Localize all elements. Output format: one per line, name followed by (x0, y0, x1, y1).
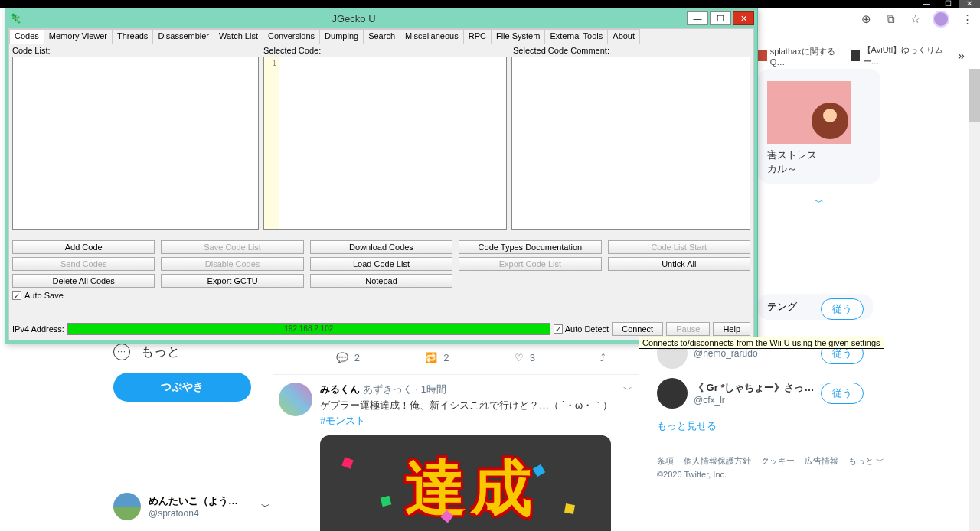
tab-about[interactable]: About (607, 29, 640, 44)
trends-panel: 害ストレスカル～ ﹀ (758, 69, 880, 213)
tab-file-system[interactable]: File System (491, 29, 545, 44)
ip-label: IPv4 Address: (12, 324, 64, 334)
expand-icon[interactable]: ﹀ (758, 193, 880, 213)
trend-item[interactable]: 害ストレスカル～ (758, 69, 880, 184)
check-icon: ✓ (12, 291, 21, 300)
tooltip: Connects to/disconnects from the Wii U u… (639, 337, 884, 349)
scrollbar-thumb[interactable] (969, 69, 980, 122)
tab-bar: CodesMemory ViewerThreadsDisassemblerWat… (9, 29, 753, 44)
follow-button[interactable]: 従う (821, 298, 864, 320)
export-gctu-button[interactable]: Export GCTU (161, 274, 303, 288)
footer-link[interactable]: 条項 (657, 456, 674, 465)
send-codes-button[interactable]: Send Codes (12, 257, 155, 271)
tab-external-tools[interactable]: External Tools (544, 29, 608, 44)
more-icon: ··· (113, 344, 130, 360)
follow-button[interactable]: 従う (821, 383, 864, 404)
add-code-button[interactable]: Add Code (12, 240, 155, 254)
connect-button[interactable]: Connect (612, 322, 663, 336)
footer-link[interactable]: 広告情報 (805, 456, 838, 465)
bookmark-item[interactable]: splathaxに関するQ… (758, 46, 837, 67)
tweet-image[interactable]: 達 成 (320, 435, 611, 531)
tweet-meta: あずきっく · 1時間 (363, 383, 446, 396)
favicon-icon (851, 50, 860, 61)
profile-avatar[interactable] (933, 11, 949, 28)
sidebar-item-more[interactable]: ··· もっと (113, 343, 266, 360)
load-code-list-button[interactable]: Load Code List (310, 257, 452, 271)
install-icon[interactable]: ⊕ (859, 12, 873, 26)
extensions-icon[interactable]: ⧉ (884, 12, 897, 26)
tab-codes-content: Code List: Selected Code: Selected Code … (9, 44, 753, 340)
star-icon[interactable]: ☆ (908, 12, 922, 26)
maximize-button[interactable]: ☐ (710, 11, 731, 25)
account-switcher[interactable]: めんたいこ（よう… @spratoon4 ﹀ (113, 493, 270, 520)
user-name: めんたいこ（よう… (149, 494, 238, 508)
favicon-icon (758, 50, 767, 61)
code-list-start-button[interactable]: Code List Start (608, 240, 750, 254)
follow-handle: @cfx_lr (694, 395, 815, 406)
tweet[interactable]: みるくん あずきっく · 1時間 ﹀ ゲブラー運極達成！俺、新イシスこれで行けど… (273, 375, 639, 531)
tab-threads[interactable]: Threads (112, 29, 153, 44)
bookmark-label: 【AviUtl】ゆっくりムー… (863, 44, 945, 67)
menu-icon[interactable]: ⋮ (960, 12, 974, 26)
vertical-scrollbar[interactable] (969, 69, 980, 531)
tab-codes[interactable]: Codes (9, 29, 44, 44)
bookmark-overflow-button[interactable]: » (958, 49, 965, 63)
pause-button[interactable]: Pause (666, 322, 710, 336)
titlebar[interactable]: 🦎 JGecko U — ☐ ✕ (5, 8, 757, 28)
footer-link[interactable]: 個人情報保護方針 (684, 456, 751, 465)
chevron-down-icon: ﹀ (261, 500, 270, 513)
tweet-menu-icon[interactable]: ﹀ (623, 383, 632, 396)
like-button[interactable]: ♡ 3 (514, 352, 535, 363)
ip-address-field[interactable]: 192.168.2.102 (67, 323, 550, 335)
code-list-panel[interactable] (12, 57, 259, 230)
button-grid: Add CodeSave Code ListDownload CodesCode… (12, 240, 750, 288)
show-more-link[interactable]: もっと見せる (657, 413, 864, 433)
tab-search[interactable]: Search (363, 29, 400, 44)
auto-detect-checkbox[interactable]: ✓ Auto Detect (554, 324, 609, 334)
tweet-button[interactable]: つぶやき (113, 373, 251, 402)
bookmark-bar: splathaxに関するQ… 【AviUtl】ゆっくりムー… » (758, 47, 965, 64)
delete-all-codes-button[interactable]: Delete All Codes (12, 274, 155, 288)
line-gutter: 1 (264, 57, 279, 229)
bookmark-label: splathaxに関するQ… (770, 46, 837, 67)
tab-conversions[interactable]: Conversions (263, 29, 320, 44)
reply-button[interactable]: 💬 2 (336, 352, 360, 363)
minimize-button[interactable]: — (687, 11, 708, 25)
jgecko-window: 🦎 JGecko U — ☐ ✕ CodesMemory ViewerThrea… (5, 8, 758, 344)
footer-link[interactable]: クッキー (761, 456, 795, 465)
codelist-label: Code List: (12, 46, 263, 55)
avatar (279, 383, 312, 416)
code-editor[interactable] (279, 57, 506, 229)
retweet-button[interactable]: 🔁 2 (425, 352, 449, 363)
follow-trend-item[interactable]: テング 従う (758, 294, 873, 320)
tab-miscellaneous[interactable]: Miscellaneous (400, 29, 464, 44)
tab-watch-list[interactable]: Watch List (214, 29, 263, 44)
notepad-button[interactable]: Notepad (310, 274, 452, 288)
help-button[interactable]: Help (713, 322, 750, 336)
avatar (113, 493, 141, 520)
download-codes-button[interactable]: Download Codes (310, 240, 452, 254)
close-button[interactable]: ✕ (733, 11, 754, 25)
export-code-list-button[interactable]: Export Code List (459, 257, 601, 271)
image-text: 達 成 (405, 448, 526, 530)
hashtag-link[interactable]: #モンスト (320, 415, 365, 426)
tab-rpc[interactable]: RPC (463, 29, 492, 44)
tab-disassembler[interactable]: Disassembler (152, 29, 214, 44)
code-types-documentation-button[interactable]: Code Types Documentation (459, 240, 601, 254)
tab-memory-viewer[interactable]: Memory Viewer (44, 29, 113, 44)
comment-label: Selected Code Comment: (513, 46, 609, 55)
trend-image (767, 81, 851, 144)
more-label: もっと (141, 343, 180, 360)
untick-all-button[interactable]: Untick All (608, 257, 750, 271)
tab-dumping[interactable]: Dumping (319, 29, 364, 44)
system-titlebar: — ☐ ✕ (0, 0, 980, 8)
comment-panel[interactable] (511, 57, 750, 230)
bookmark-item[interactable]: 【AviUtl】ゆっくりムー… (851, 44, 944, 67)
share-button[interactable]: ⤴ (600, 352, 606, 363)
footer-link[interactable]: もっと ﹀ (848, 456, 884, 465)
autosave-checkbox[interactable]: ✓ Auto Save (12, 291, 750, 300)
follow-item[interactable]: 《 Gr *しゃちょー》さっち… @cfx_lr 従う (657, 373, 864, 413)
selected-code-panel[interactable]: 1 (263, 57, 507, 230)
save-code-list-button[interactable]: Save Code List (161, 240, 303, 254)
disable-codes-button[interactable]: Disable Codes (161, 257, 303, 271)
